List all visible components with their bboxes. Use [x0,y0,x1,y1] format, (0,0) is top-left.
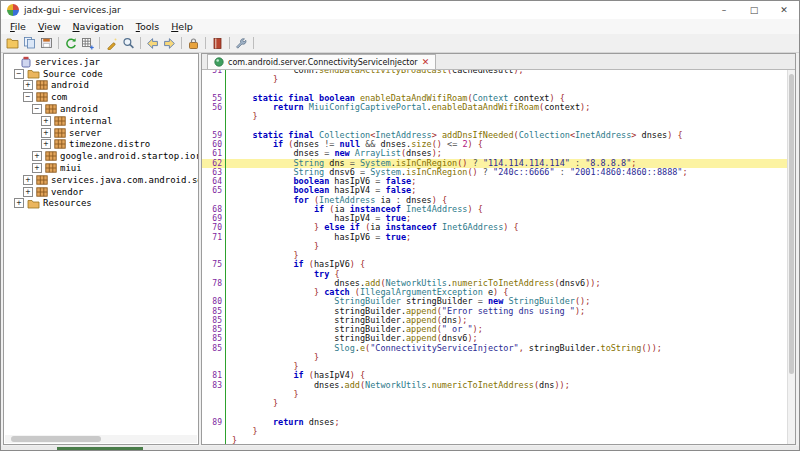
taskbar-sliver [57,447,143,450]
code-line[interactable]: } [202,427,787,436]
expand-handle-icon[interactable] [14,198,24,208]
expand-handle-icon[interactable] [23,187,33,197]
lock-button[interactable] [185,35,202,51]
line-number [202,390,225,399]
menu-item[interactable]: File [4,20,32,33]
minimize-button[interactable]: – [709,1,739,19]
line-number: 70 [202,223,225,232]
line-number: 85 [202,325,225,334]
menu-item[interactable]: Navigation [66,20,129,33]
expand-handle-icon[interactable] [41,128,51,138]
line-number: 89 [202,418,225,427]
tab-close-icon[interactable]: ✕ [422,58,430,67]
line-number: 78 [202,279,225,288]
tree-item[interactable]: internal [4,115,198,127]
line-number: 62 [202,159,225,168]
log-viewer-button[interactable] [209,35,226,51]
deobfuscation-icon [81,37,94,50]
code-panel: com.android.server.ConnectivityServiceIn… [201,53,796,445]
deobfuscation-button[interactable] [79,35,96,51]
code-line[interactable]: } [202,390,787,399]
package-icon [54,116,66,126]
add-files-button[interactable] [21,35,38,51]
package-icon [54,139,66,149]
editor-scrollbar-thumb[interactable] [789,74,794,374]
line-number: 63 [202,168,225,177]
package-icon [36,92,48,102]
tree-item[interactable]: vendor [4,186,198,198]
tree-item[interactable]: com [4,91,198,103]
back-button[interactable] [144,35,161,51]
code-line[interactable]: 89 return dnses; [202,418,787,427]
maximize-button[interactable]: □ [739,1,769,19]
line-number: 56 [202,103,225,112]
line-number: 85 [202,344,225,353]
code-editor[interactable]: 51 conn.sendDataActivityBroadcast(cached… [202,70,787,444]
line-number: 83 [202,381,225,390]
menu-item[interactable]: View [32,20,67,33]
tree-item-label: miui [60,163,82,173]
code-line[interactable]: } [202,112,787,121]
tree-item[interactable]: server [4,127,198,139]
app-icon [7,4,19,16]
line-number: 65 [202,186,225,195]
jar-icon [20,56,32,68]
tree-item[interactable]: Resources [4,198,198,210]
code-line[interactable]: } [202,436,787,444]
code-line[interactable]: } [202,399,787,408]
expand-handle-icon[interactable] [32,151,42,161]
line-number [202,196,225,205]
forward-button[interactable] [161,35,178,51]
log-viewer-icon [211,37,224,50]
tree-item[interactable]: google.android.startop.iorap [4,150,198,162]
expand-handle-icon[interactable] [23,92,33,102]
package-icon [36,80,48,90]
tree-item[interactable]: timezone.distro [4,139,198,151]
code-line[interactable]: 56 return MiuiConfigCaptivePortal.enable… [202,103,787,112]
search-text-button[interactable] [103,35,120,51]
tree-item[interactable]: android [4,80,198,92]
tab-connectivity-service-injector[interactable]: com.android.server.ConnectivityServiceIn… [207,54,436,69]
editor-vertical-scrollbar[interactable] [787,70,795,444]
package-icon [54,128,66,138]
line-number: 68 [202,205,225,214]
search-class-button[interactable] [120,35,137,51]
toolbar-separator [58,37,59,49]
tree-item[interactable]: Source code [4,68,198,80]
open-file-button[interactable] [4,35,21,51]
expand-handle-icon[interactable] [23,175,33,185]
save-all-button[interactable] [38,35,55,51]
line-number [202,270,225,279]
project-tree-panel: services.jar Source code [3,53,199,445]
tree-item[interactable]: miui [4,162,198,174]
expand-handle-icon[interactable] [14,69,24,79]
tree-item-label: internal [69,116,112,126]
expand-handle-icon[interactable] [41,139,51,149]
package-icon [45,163,57,173]
menu-bar: File View Navigation Tools Help [1,19,799,34]
expand-handle-icon[interactable] [23,80,33,90]
menu-item[interactable]: Help [165,20,199,33]
menu-item[interactable]: Tools [130,20,165,33]
close-button[interactable]: ✕ [769,1,799,19]
package-icon [45,151,57,161]
title-bar: jadx-gui - services.jar – □ ✕ [1,1,799,19]
code-line[interactable]: } [202,75,787,84]
reload-button[interactable] [62,35,79,51]
settings-button[interactable] [233,35,250,51]
bottom-edge [1,446,799,450]
tree-scrollbar-thumb[interactable] [11,436,101,442]
tree-item-label: services.java.com.android.server. [51,175,199,185]
expand-handle-icon[interactable] [32,104,42,114]
save-all-icon [40,37,53,49]
expand-handle-icon[interactable] [41,116,51,126]
expand-handle-icon[interactable] [32,163,42,173]
line-number [202,288,225,297]
tree-item[interactable]: services.java.com.android.server. [4,174,198,186]
tree-horizontal-scrollbar[interactable] [5,435,197,443]
toolbar-separator [181,37,182,49]
tree-item[interactable]: services.jar [4,56,198,68]
line-number [202,242,225,251]
tree-item[interactable]: android [4,103,198,115]
gutter-divider [225,70,226,444]
